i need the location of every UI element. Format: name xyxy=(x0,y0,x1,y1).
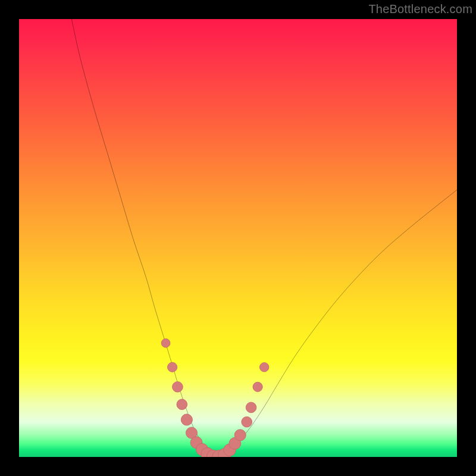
curve-marker xyxy=(234,430,246,441)
curve-marker xyxy=(161,339,170,347)
curve-marker xyxy=(173,381,183,392)
curve-markers xyxy=(161,339,269,457)
curve-marker xyxy=(246,402,256,413)
plot-area xyxy=(19,19,457,457)
chart-frame: TheBottleneck.com xyxy=(0,0,476,476)
curve-marker xyxy=(181,414,192,425)
curve-marker xyxy=(177,399,187,410)
watermark-text: TheBottleneck.com xyxy=(368,2,472,16)
curve-marker xyxy=(259,362,268,371)
chart-svg xyxy=(19,19,457,457)
curve-marker xyxy=(253,382,262,392)
curve-marker xyxy=(168,362,177,372)
bottleneck-curve xyxy=(71,19,457,456)
curve-marker xyxy=(242,416,252,427)
